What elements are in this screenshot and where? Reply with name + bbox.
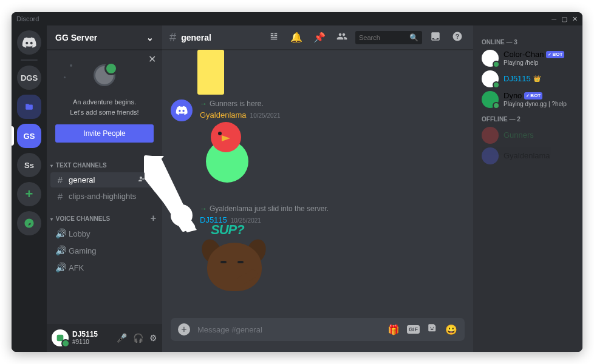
app-title: Discord [16,15,39,22]
welcome-card: ✕ An adventure begins. Let's add some fr… [47,50,162,151]
message-item: → Gyaldenlama just slid into the server.… [171,200,465,302]
channel-title: general [181,33,211,42]
member-item[interactable]: Color-Chan BOT Playing /help [478,48,578,69]
hash-icon: # [55,191,65,201]
maximize-icon[interactable]: ▢ [561,15,567,23]
member-avatar [482,127,499,144]
avatar[interactable] [171,99,193,121]
svg-text:?: ? [456,32,459,39]
search-input[interactable] [359,34,407,41]
server-header[interactable]: GG Server ⌄ [47,25,162,50]
avatar[interactable] [171,204,193,226]
separator [21,59,38,61]
search-icon: 🔍 [409,33,418,42]
hash-icon: # [55,175,65,185]
mute-icon[interactable]: 🎤 [117,333,127,343]
timestamp: 10/25/2021 [250,112,281,119]
user-avatar[interactable] [52,329,69,346]
member-list: Online — 3 Color-Chan BOT Playing /help … [473,25,582,352]
help-icon[interactable]: ? [449,31,466,44]
add-server-button[interactable]: + [17,182,41,206]
hash-icon: # [169,30,176,44]
join-arrow-icon: → [200,99,207,108]
member-item[interactable]: Gyaldenlama [478,146,578,166]
home-button[interactable] [17,30,41,55]
author-name[interactable]: Gyaldenlama [200,110,247,120]
message-item: → Gunners is here. Gyaldenlama 10/25/202… [171,95,465,200]
chat-header: # general 🔔 📌 🔍 ? [162,25,473,50]
voice-gaming[interactable]: 🔊 Gaming [50,243,159,258]
search-box[interactable]: 🔍 [355,31,422,44]
member-avatar [482,50,499,67]
add-voice-channel-icon[interactable]: + [151,213,156,224]
join-arrow-icon: → [200,204,207,213]
message-input[interactable] [197,325,380,334]
server-dgs[interactable]: DGS [17,66,41,90]
welcome-line-2: Let's add some friends! [70,109,138,116]
channel-general[interactable]: # general ⚙ [50,172,159,187]
offline-header: Offline — 2 [478,110,578,125]
member-item[interactable]: Dyno BOT Playing dyno.gg | ?help [478,89,578,110]
gif-icon[interactable]: GIF [407,325,420,334]
user-panel: DJ5115 #9110 🎤 🎧 ⚙ [47,324,162,352]
attach-button[interactable]: + [178,323,190,335]
settings-icon[interactable]: ⚙ [149,333,157,343]
deafen-icon[interactable]: 🎧 [133,333,143,343]
notifications-icon[interactable]: 🔔 [287,32,306,43]
message-composer: + 🎁 GIF 😀 [171,318,465,341]
members-icon[interactable] [333,31,350,44]
sticker-sup: SUP? [200,224,273,297]
explore-button[interactable] [17,211,41,235]
bot-badge: BOT [546,51,564,58]
voice-lobby[interactable]: 🔊 Lobby [50,226,159,241]
voice-afk[interactable]: 🔊 AFK [50,260,159,275]
channel-settings-icon[interactable]: ⚙ [147,175,154,184]
speaker-icon: 🔊 [55,228,65,239]
channel-sidebar: GG Server ⌄ ✕ An adventure begins. Let's… [47,25,162,352]
server-gs[interactable]: GS [17,124,41,148]
user-tag: #9110 [72,339,113,345]
svg-rect-3 [177,211,185,219]
create-invite-icon[interactable] [137,175,145,184]
welcome-line-1: An adventure begins. [73,98,136,106]
speaker-icon: 🔊 [55,262,65,273]
titlebar: Discord ─ ▢ ✕ [12,12,582,25]
member-avatar [482,147,499,164]
message-embed [197,50,224,95]
user-name: DJ5115 [72,331,113,339]
emoji-icon[interactable]: 😀 [445,324,457,335]
chevron-down-icon: ⌄ [146,33,154,42]
svg-rect-0 [57,335,64,342]
pinned-icon[interactable]: 📌 [310,32,329,43]
speaker-icon: 🔊 [55,245,65,256]
member-avatar [482,70,499,87]
member-item[interactable]: DJ5115 👑 [478,69,578,89]
member-avatar [482,91,499,108]
add-channel-icon[interactable]: + [151,160,156,170]
voice-channels-header[interactable]: ▾ Voice Channels + [47,204,162,225]
member-item[interactable]: Gunners [478,125,578,146]
bot-badge: BOT [524,92,542,99]
server-list: DGS GS Ss + [12,25,47,352]
invite-people-button[interactable]: Invite People [55,124,154,143]
sticker-icon[interactable] [427,323,438,336]
channel-clips[interactable]: # clips-and-highlights [50,189,159,204]
close-icon[interactable]: ✕ [572,15,578,23]
sticker-bird [200,122,273,195]
crown-icon: 👑 [533,75,541,83]
server-name: GG Server [55,33,97,42]
online-header: Online — 3 [478,33,578,48]
server-ss[interactable]: Ss [17,153,41,177]
gift-icon[interactable]: 🎁 [387,324,400,335]
minimize-icon[interactable]: ─ [551,15,556,23]
message-list: → Gunners is here. Gyaldenlama 10/25/202… [162,50,473,318]
text-channels-header[interactable]: ▾ Text Channels + [47,151,162,172]
inbox-icon[interactable] [427,31,444,44]
server-folder[interactable] [17,95,41,119]
threads-icon[interactable] [265,31,282,44]
